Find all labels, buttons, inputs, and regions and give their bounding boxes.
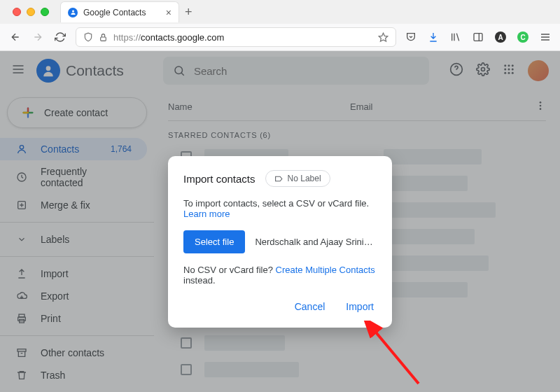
extension-c-icon[interactable]: C (517, 31, 529, 43)
star-icon[interactable] (378, 32, 388, 43)
forward-button[interactable] (31, 31, 45, 43)
new-tab-button[interactable]: + (185, 5, 192, 20)
sidebar-toggle-icon[interactable] (472, 31, 484, 43)
address-bar: https://contacts.google.com A C (0, 24, 560, 50)
cancel-button[interactable]: Cancel (292, 297, 328, 316)
tab-favicon (68, 8, 78, 18)
pocket-icon[interactable] (405, 31, 417, 43)
tab-title: Google Contacts (83, 8, 146, 18)
library-icon[interactable] (449, 31, 462, 43)
svg-point-0 (72, 10, 74, 13)
back-button[interactable] (8, 31, 22, 43)
import-button[interactable]: Import (343, 297, 377, 316)
window-controls (6, 8, 60, 16)
url-field[interactable]: https://contacts.google.com (76, 27, 396, 47)
close-window-button[interactable] (13, 8, 21, 16)
svg-rect-3 (474, 34, 482, 41)
svg-marker-2 (379, 33, 388, 41)
label-chip-text: No Label (288, 174, 321, 183)
tab-bar: Google Contacts × + (0, 0, 560, 24)
reload-button[interactable] (53, 31, 67, 43)
close-tab-icon[interactable]: × (166, 7, 172, 18)
browser-chrome: Google Contacts × + https://contacts.goo… (0, 0, 560, 51)
lock-icon (99, 33, 108, 42)
minimize-window-button[interactable] (27, 8, 35, 16)
learn-more-link[interactable]: Learn more (183, 209, 230, 219)
dialog-body-text: To import contacts, select a CSV or vCar… (183, 198, 377, 219)
extension-a-icon[interactable]: A (494, 31, 507, 43)
import-contacts-dialog: Import contacts No Label To import conta… (168, 156, 392, 328)
toolbar-right: A C (405, 31, 552, 43)
download-icon[interactable] (427, 31, 440, 43)
modal-overlay: Import contacts No Label To import conta… (0, 51, 560, 392)
selected-file-name: Nerdschalk and Ajaay Srini… (255, 237, 372, 247)
maximize-window-button[interactable] (41, 8, 49, 16)
select-file-button[interactable]: Select file (183, 230, 245, 253)
label-icon (274, 174, 284, 183)
menu-icon[interactable] (539, 31, 552, 43)
app-content: Contacts Create contact Contacts 1,76 (0, 51, 560, 392)
dialog-alt-text: No CSV or vCard file? Create Multiple Co… (183, 265, 377, 286)
url-text: https://contacts.google.com (113, 32, 372, 43)
label-chip[interactable]: No Label (265, 170, 330, 187)
shield-icon (83, 32, 93, 42)
browser-tab[interactable]: Google Contacts × (60, 1, 179, 22)
svg-rect-1 (101, 36, 106, 40)
dialog-title: Import contacts (183, 173, 255, 185)
create-multiple-link[interactable]: Create Multiple Contacts (276, 265, 375, 275)
